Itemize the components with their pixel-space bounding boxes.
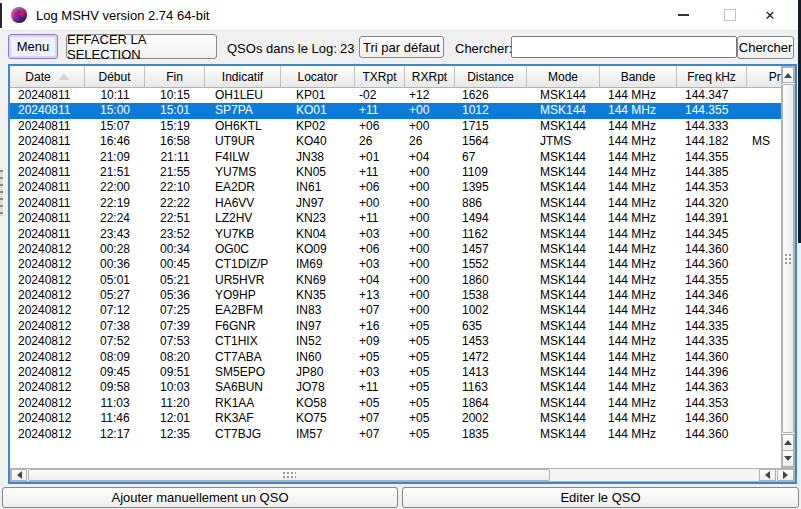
cell-date: 20240812 xyxy=(10,427,85,442)
table-row[interactable]: 2024081207:1207:25EA2BFMIN83+07+001002MS… xyxy=(10,303,781,318)
column-header-fin[interactable]: Fin xyxy=(145,66,205,88)
scroll-right-button[interactable] xyxy=(777,469,794,481)
arrow-left-icon xyxy=(765,471,770,479)
cell-indicatif: SM5EPO xyxy=(205,365,281,380)
scroll-left-button-right[interactable] xyxy=(759,469,776,481)
table-row[interactable]: 2024081115:0715:19OH6KTLKP02+06+001715MS… xyxy=(10,119,781,134)
cell-date: 20240812 xyxy=(10,411,85,426)
table-row[interactable]: 2024081208:0908:20CT7ABAIN60+05+051472MS… xyxy=(10,350,781,365)
cell-indicatif: EA2BFM xyxy=(205,303,281,318)
column-header-txrpt[interactable]: TXRpt xyxy=(355,66,405,88)
minimize-button[interactable] xyxy=(665,0,701,30)
cell-date: 20240811 xyxy=(10,150,85,165)
column-header-indicatif[interactable]: Indicatif xyxy=(205,66,281,88)
mshv-logo-icon[interactable] xyxy=(11,7,27,23)
cell-locator: IM57 xyxy=(281,427,355,442)
cell-indicatif: CT7ABA xyxy=(205,350,281,365)
table-row[interactable]: 2024081200:3600:45CT1DIZ/PIM69+03+001552… xyxy=(10,257,781,272)
scroll-left-button[interactable] xyxy=(11,469,27,481)
column-header-label: Indicatif xyxy=(222,70,263,84)
cell-locator: JP80 xyxy=(281,365,355,380)
cell-bande: 144 MHz xyxy=(600,380,677,395)
cell-locator: KO09 xyxy=(281,242,355,257)
cell-mode: MSK144 xyxy=(527,396,600,411)
cell-bande: 144 MHz xyxy=(600,303,677,318)
column-header-freq[interactable]: Freq kHz xyxy=(677,66,747,88)
cell-debut: 21:09 xyxy=(85,150,145,165)
cell-debut: 08:09 xyxy=(85,350,145,365)
cell-date: 20240811 xyxy=(10,119,85,134)
horizontal-scrollbar-thumb[interactable] xyxy=(28,469,550,481)
cell-prop xyxy=(747,350,781,365)
cell-indicatif: SA6BUN xyxy=(205,380,281,395)
close-button[interactable]: ✕ xyxy=(752,0,788,30)
horizontal-scrollbar[interactable] xyxy=(10,468,795,482)
cell-locator: IN61 xyxy=(281,180,355,195)
cell-locator: JN38 xyxy=(281,150,355,165)
scrollbar-grip xyxy=(282,471,296,479)
cell-prop xyxy=(747,257,781,272)
column-header-debut[interactable]: Début xyxy=(85,66,145,88)
cell-prop xyxy=(747,211,781,226)
table-row-selected[interactable]: 2024081115:0015:01SP7PAKO01+11+001012MSK… xyxy=(10,103,781,118)
cell-txrpt: +11 xyxy=(355,380,405,395)
table-row[interactable]: 2024081110:1110:15OH1LEUKP01-02+121626MS… xyxy=(10,88,781,103)
default-sort-button[interactable]: Tri par défaut xyxy=(359,36,444,58)
table-row[interactable]: 2024081212:1712:35CT7BJGIM57+07+051835MS… xyxy=(10,427,781,442)
scroll-up-button[interactable] xyxy=(782,67,794,83)
maximize-button[interactable] xyxy=(712,0,748,30)
cell-bande: 144 MHz xyxy=(600,150,677,165)
column-header-rxrpt[interactable]: RXRpt xyxy=(405,66,455,88)
table-row[interactable]: 2024081122:2422:51LZ2HVKN23+11+001494MSK… xyxy=(10,211,781,226)
cell-debut: 11:46 xyxy=(85,411,145,426)
background-window-edge xyxy=(0,3,2,28)
column-header-locator[interactable]: Locator xyxy=(281,66,355,88)
column-header-date[interactable]: Date xyxy=(10,66,85,88)
table-row[interactable]: 2024081207:3807:39F6GNRIN97+16+05635MSK1… xyxy=(10,319,781,334)
cell-distance: 1564 xyxy=(455,134,527,149)
scroll-down-button[interactable] xyxy=(782,450,794,467)
table-row[interactable]: 2024081209:4509:51SM5EPOJP80+03+051413MS… xyxy=(10,365,781,380)
cell-bande: 144 MHz xyxy=(600,88,677,103)
table-row[interactable]: 2024081123:4323:52YU7KBKN04+03+001162MSK… xyxy=(10,227,781,242)
cell-prop xyxy=(747,180,781,195)
cell-txrpt: +11 xyxy=(355,103,405,118)
add-qso-button[interactable]: Ajouter manuellement un QSO xyxy=(2,487,398,508)
table-row[interactable]: 2024081209:5810:03SA6BUNJO78+11+051163MS… xyxy=(10,380,781,395)
cell-txrpt: +13 xyxy=(355,288,405,303)
search-button[interactable]: Chercher xyxy=(737,36,794,59)
table-row[interactable]: 2024081122:1922:22HA6VVJN97+00+00886MSK1… xyxy=(10,196,781,211)
vertical-scrollbar-thumb[interactable] xyxy=(782,84,794,433)
search-input[interactable] xyxy=(511,36,737,58)
menu-button[interactable]: Menu xyxy=(8,34,58,59)
table-row[interactable]: 2024081211:4612:01RK3AFKO75+07+052002MSK… xyxy=(10,411,781,426)
column-header-bande[interactable]: Bande xyxy=(600,66,677,88)
vertical-scrollbar[interactable] xyxy=(781,66,795,468)
cell-rxrpt: +05 xyxy=(405,380,455,395)
clear-selection-button[interactable]: EFFACER LA SELECTION xyxy=(66,34,217,59)
cell-distance: 1453 xyxy=(455,334,527,349)
column-header-mode[interactable]: Mode xyxy=(527,66,600,88)
scroll-up-button-bottom[interactable] xyxy=(782,434,794,451)
table-row[interactable]: 2024081121:0921:11F4ILWJN38+01+0467MSK14… xyxy=(10,150,781,165)
table-row[interactable]: 2024081200:2800:34OG0CKO09+06+001457MSK1… xyxy=(10,242,781,257)
cell-prop xyxy=(747,380,781,395)
table-row[interactable]: 2024081121:5121:55YU7MSKN05+11+001109MSK… xyxy=(10,165,781,180)
table-row[interactable]: 2024081207:5207:53CT1HIXIN52+09+051453MS… xyxy=(10,334,781,349)
column-header-prop[interactable]: Prop xyxy=(747,66,781,88)
cell-mode: MSK144 xyxy=(527,288,600,303)
table-row[interactable]: 2024081205:0105:21UR5HVRKN69+04+001860MS… xyxy=(10,273,781,288)
table-row[interactable]: 2024081116:4616:58UT9URKO4026261564JTMS1… xyxy=(10,134,781,149)
cell-prop xyxy=(747,88,781,103)
table-row[interactable]: 2024081205:2705:36YO9HPKN35+13+001538MSK… xyxy=(10,288,781,303)
cell-distance: 886 xyxy=(455,196,527,211)
table-row[interactable]: 2024081122:0022:10EA2DRIN61+06+001395MSK… xyxy=(10,180,781,195)
arrow-right-icon xyxy=(783,471,788,479)
cell-distance: 635 xyxy=(455,319,527,334)
edit-qso-button[interactable]: Editer le QSO xyxy=(402,487,799,508)
table-row[interactable]: 2024081211:0311:20RK1AAKO58+05+051864MSK… xyxy=(10,396,781,411)
cell-prop xyxy=(747,119,781,134)
column-header-label: Début xyxy=(98,70,130,84)
column-header-distance[interactable]: Distance xyxy=(455,66,527,88)
cell-mode: MSK144 xyxy=(527,211,600,226)
